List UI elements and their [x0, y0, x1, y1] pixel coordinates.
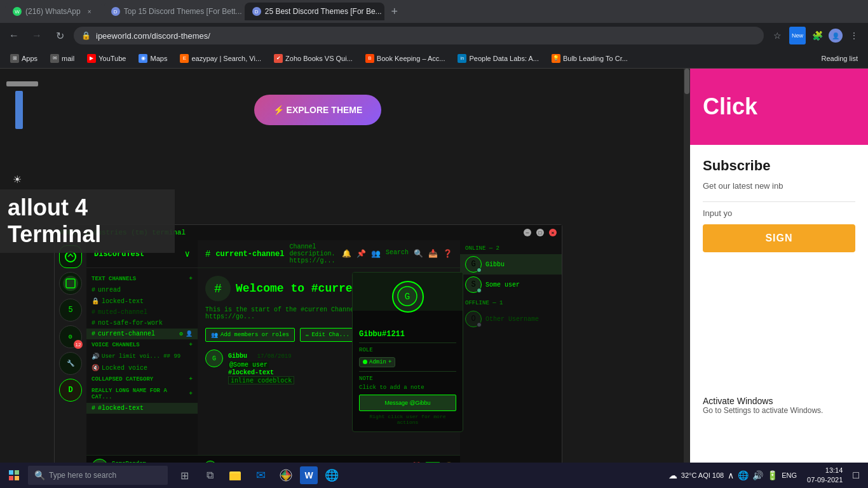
terminal-maximize[interactable]: □: [536, 229, 544, 236]
add-channel-icon[interactable]: +: [189, 276, 193, 282]
server-dropdown-icon[interactable]: ∨: [185, 248, 190, 259]
channel-item-blocked[interactable]: # #locked-text: [86, 403, 198, 414]
pin-icon[interactable]: 📌: [356, 249, 366, 259]
settings-icon[interactable]: ⚙: [180, 330, 183, 337]
signup-button[interactable]: SIGN: [703, 224, 855, 252]
taskbar-word[interactable]: W: [300, 466, 318, 484]
taskbar-date: 07-09-2021: [807, 475, 843, 485]
add-voice-icon[interactable]: +: [189, 342, 193, 348]
taskbar-clock[interactable]: 13:14 07-09-2021: [803, 466, 846, 485]
tab-discord1[interactable]: D Top 15 Discord Themes [For Bett... ×: [104, 3, 243, 20]
activate-windows-desc: Go to Settings to activate Windows.: [703, 406, 855, 415]
bookmark-bulb[interactable]: 💡 Bulb Leading To Cr...: [546, 51, 633, 66]
activate-windows: Activate Windows Go to Settings to activ…: [690, 386, 868, 424]
server-icon-2[interactable]: [59, 272, 82, 295]
add-members-icon: 👥: [211, 332, 218, 339]
tab-whatsapp[interactable]: W (216) WhatsApp ×: [5, 3, 102, 20]
server-icon-3[interactable]: 5: [59, 299, 82, 322]
add-collapsed-icon[interactable]: +: [189, 376, 193, 383]
notification-center-button[interactable]: □: [849, 470, 863, 481]
new-tab-button[interactable]: +: [386, 3, 403, 20]
member-avatar-offline: O: [465, 311, 482, 327]
tab-close-whatsapp[interactable]: ×: [85, 6, 95, 17]
taskbar-explorer[interactable]: [224, 464, 247, 487]
popup-note-text[interactable]: Click to add a note: [359, 384, 456, 391]
taskbar-taskview[interactable]: ⧉: [198, 464, 221, 487]
reading-list-button[interactable]: Reading list: [817, 51, 863, 66]
bookmark-mail[interactable]: ✉ mail: [45, 51, 79, 66]
member-item-offline[interactable]: O Other Username: [460, 309, 562, 329]
refresh-button[interactable]: ↻: [51, 27, 69, 44]
popup-note-label: NOTE: [359, 376, 456, 382]
channel-settings-icon[interactable]: 👤: [186, 330, 193, 337]
channel-item-muted[interactable]: # muted-channel: [86, 307, 198, 318]
collapsed-category-header[interactable]: COLLAPSED CATEGORY +: [86, 374, 198, 385]
channel-item-nsfw[interactable]: # not-safe-for-work: [86, 318, 198, 329]
taskbar-search-app[interactable]: ⊞: [173, 464, 196, 487]
star-button[interactable]: ☆: [769, 27, 787, 44]
start-button[interactable]: [0, 463, 28, 488]
channel-item-current[interactable]: # current-channel ⚙ 👤: [86, 329, 198, 339]
extensions-button[interactable]: 🧩: [808, 27, 826, 44]
bookmark-label-eazypay: eazypay | Search, Vi...: [191, 55, 261, 62]
terminal-close[interactable]: ×: [549, 229, 557, 236]
bookmark-maps[interactable]: ◉ Maps: [133, 51, 172, 66]
text-channels-header[interactable]: TEXT CHANNELS +: [86, 273, 198, 285]
channel-item-locked[interactable]: 🔒 locked-text: [86, 295, 198, 307]
page-scrollbar-thumb[interactable]: [684, 69, 689, 94]
bookmark-eazypay[interactable]: E eazypay | Search, Vi...: [175, 51, 266, 66]
voice-channel-locked[interactable]: 🔇 Locked voice: [86, 362, 198, 374]
bookmark-youtube[interactable]: ▶ YouTube: [82, 51, 131, 66]
profile-button[interactable]: 👤: [829, 29, 843, 43]
popup-message-button[interactable]: Message @Gibbu: [359, 395, 456, 411]
bookmark-people[interactable]: in People Data Labs: A...: [452, 51, 543, 66]
tab-discord2[interactable]: D 25 Best Discord Themes [For Be... ×: [245, 3, 384, 20]
hash-icon-current: #: [92, 330, 95, 337]
tray-chevron[interactable]: ∧: [728, 470, 734, 480]
voice-channels-header[interactable]: VOICE CHANNELS +: [86, 339, 198, 351]
server-icon-5[interactable]: 🔧: [59, 352, 82, 375]
popup-role-name: Admin: [369, 359, 386, 365]
reading-list-area: Reading list: [817, 51, 863, 66]
search-chat-icon[interactable]: 🔍: [414, 249, 423, 259]
bookmark-zoho[interactable]: ✔ Zoho Books VS Qui...: [269, 51, 358, 66]
taskbar-mail[interactable]: ✉: [249, 464, 272, 487]
server-icon-6[interactable]: D: [59, 379, 82, 402]
forward-button[interactable]: →: [28, 27, 46, 44]
tray-network[interactable]: 🌐: [738, 470, 749, 480]
members-icon[interactable]: 👥: [371, 249, 381, 259]
tray-volume[interactable]: 🔊: [752, 470, 763, 480]
taskbar-chrome[interactable]: [275, 464, 297, 487]
taskbar-app7[interactable]: 🌐: [320, 464, 343, 487]
bookmark-favicon-maps: ◉: [139, 54, 147, 63]
notification-icon[interactable]: 🔔: [342, 249, 351, 259]
voice-channel-1[interactable]: 🔊 User limit voi... ## 99: [86, 351, 198, 362]
bookmark-apps[interactable]: ⊞ Apps: [5, 51, 43, 66]
menu-button[interactable]: ⋮: [845, 27, 863, 44]
member-item-someuser[interactable]: S Some user: [460, 274, 562, 295]
bookmark-bookkeeping[interactable]: B Book Keeping – Acc...: [360, 51, 451, 66]
edit-channel-btn[interactable]: ✏ Edit Cha...: [300, 328, 355, 342]
inbox-icon[interactable]: 📥: [428, 249, 438, 259]
taskbar-search-box[interactable]: 🔍 Type here to search: [28, 466, 168, 485]
page-scrollbar-track[interactable]: [684, 69, 690, 463]
channel-item-unread[interactable]: # unread: [86, 285, 198, 295]
add-members-btn[interactable]: 👥 Add members or roles: [205, 328, 295, 342]
server-icon-4[interactable]: ⚙ 12: [59, 325, 82, 348]
member-status-offline: [477, 322, 482, 327]
tray-weather[interactable]: ☁: [668, 470, 677, 480]
tray-language[interactable]: ENG: [782, 471, 797, 479]
really-long-category-header[interactable]: REALLY LONG NAME FOR A CAT... +: [86, 385, 198, 403]
browser-controls: ← → ↻ 🔒 ipeeworld.com/discord-themes/ ☆ …: [0, 23, 868, 48]
brightness-icon[interactable]: ☀: [13, 173, 22, 186]
help-icon[interactable]: ❓: [443, 249, 452, 259]
user-popup: G Gibbu#1211 ROLE Admin +: [352, 272, 463, 432]
tray-battery[interactable]: 🔋: [767, 470, 778, 480]
back-button[interactable]: ←: [5, 27, 23, 44]
member-item-gibbu[interactable]: G Gibbu: [460, 254, 562, 274]
address-bar[interactable]: 🔒 ipeeworld.com/discord-themes/: [74, 27, 764, 44]
cta-button[interactable]: ⚡ EXPLORE THEME: [254, 95, 382, 125]
add-long-icon[interactable]: +: [189, 391, 193, 397]
channel-hash-icon: #: [205, 249, 210, 259]
terminal-minimize[interactable]: ─: [524, 229, 531, 236]
